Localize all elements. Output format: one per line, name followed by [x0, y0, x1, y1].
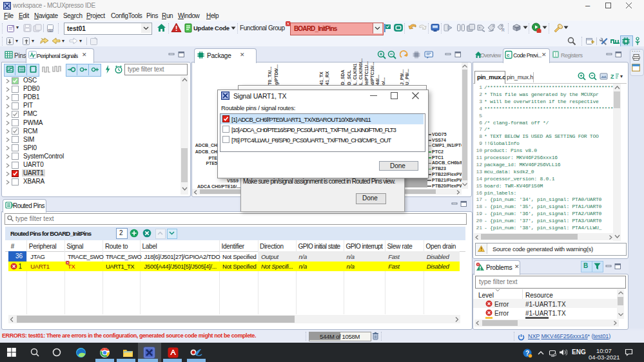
- svg-text:010: 010: [48, 29, 54, 32]
- svg-text:c: c: [507, 52, 510, 58]
- svg-text:Z: Z: [610, 73, 614, 80]
- svg-text:R: R: [502, 28, 505, 32]
